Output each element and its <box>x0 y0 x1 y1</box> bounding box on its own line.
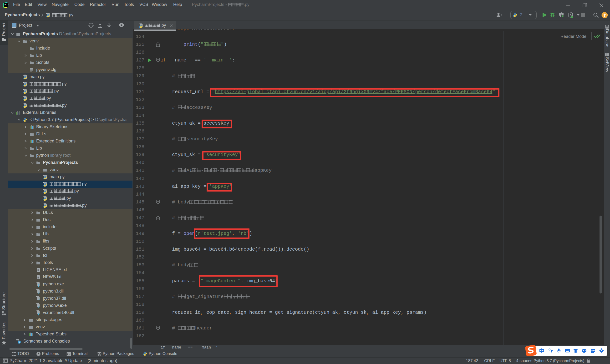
svg-text:?: ? <box>38 291 39 294</box>
svg-text:?: ? <box>38 312 39 316</box>
svg-text:?: ? <box>38 298 39 301</box>
svg-text:?: ? <box>38 284 39 287</box>
svg-text:PC: PC <box>4 4 7 6</box>
svg-text:?: ? <box>38 305 39 309</box>
